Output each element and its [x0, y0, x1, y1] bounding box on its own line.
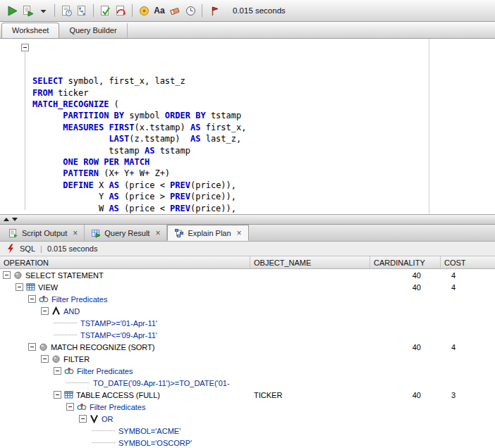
filter-icon	[64, 366, 74, 375]
code-line[interactable]: MEASURES FIRST(x.tstamp) AS first_x,	[30, 122, 495, 133]
close-icon[interactable]: ×	[237, 228, 242, 238]
plan-row[interactable]: Filter Predicates	[0, 293, 495, 305]
tree-connector	[66, 382, 90, 383]
tab-label: Script Output	[22, 229, 67, 237]
code-line[interactable]: PARTITION BY symbol ORDER BY tstamp	[30, 110, 495, 121]
tab-query-result[interactable]: Query Result×	[85, 225, 167, 241]
expand-toggle[interactable]	[66, 403, 74, 411]
expand-toggle[interactable]	[16, 283, 23, 291]
case-toggle-button[interactable]: Aa	[152, 3, 166, 18]
status-bar: SQL | 0.015 seconds	[0, 242, 495, 256]
plan-row[interactable]: MATCH RECOGNIZE (SORT)404	[0, 341, 495, 353]
plan-row[interactable]: SYMBOL='OSCORP'	[0, 437, 495, 448]
history-button[interactable]	[183, 3, 197, 18]
cost-cell: 4	[441, 283, 495, 292]
plan-row[interactable]: TO_DATE('09-Apr-11')>=TO_DATE('01-	[0, 377, 495, 389]
operation-cell: TSTAMP<='09-Apr-11'	[0, 329, 250, 341]
column-header-object-name[interactable]: OBJECT_NAME	[250, 256, 370, 268]
plan-row[interactable]: Filter Predicates	[0, 401, 495, 413]
autotrace-button[interactable]	[59, 3, 73, 18]
code-line[interactable]: tstamp AS tstamp	[30, 145, 495, 156]
clear-button[interactable]	[168, 3, 182, 18]
expand-toggle[interactable]	[79, 415, 87, 423]
operation-label: FILTER	[63, 355, 90, 363]
operation-cell: MATCH RECOGNIZE (SORT)	[0, 341, 250, 353]
plan-row[interactable]: TSTAMP<='09-Apr-11'	[0, 329, 495, 341]
code-line[interactable]: Z AS (price > PREV(price) AND z.tstamp -…	[30, 214, 495, 215]
plan-row[interactable]: FILTER	[0, 353, 495, 365]
operation-label: TSTAMP>='01-Apr-11'	[80, 319, 157, 328]
plan-row[interactable]: SELECT STATEMENT404	[0, 269, 495, 281]
splitter-up-icon[interactable]	[4, 218, 9, 221]
sphere-icon	[51, 354, 61, 363]
code-line[interactable]: LAST(z.tstamp) AS last_z,	[30, 133, 495, 144]
operation-cell: VIEW	[0, 281, 250, 293]
operation-label: SYMBOL='ACME'	[118, 427, 181, 435]
pin-button[interactable]	[207, 3, 221, 18]
column-header-cost[interactable]: COST	[441, 256, 495, 268]
close-icon[interactable]: ×	[73, 228, 78, 238]
code-line[interactable]: PATTERN (X+ Y+ W+ Z+)	[30, 168, 495, 179]
plan-row[interactable]: TABLE ACCESS (FULL)TICKER403	[0, 389, 495, 401]
operation-cell: TABLE ACCESS (FULL)	[0, 389, 250, 401]
plan-row[interactable]: Filter Predicates	[0, 365, 495, 377]
expand-toggle[interactable]	[54, 367, 61, 375]
toolbar-icons: Aa	[4, 3, 221, 18]
expand-toggle[interactable]	[41, 307, 49, 315]
plan-row[interactable]: VIEW404	[0, 281, 495, 293]
fold-toggle[interactable]	[21, 44, 29, 51]
filter-icon	[39, 294, 49, 304]
sql-editor[interactable]: SELECT symbol, first_x, last_zFROM ticke…	[0, 39, 495, 215]
plan-row[interactable]: AND	[0, 305, 495, 317]
code-line[interactable]: FROM ticker	[30, 87, 495, 99]
status-timer: 0.015 seconds	[47, 244, 98, 253]
operation-cell: TSTAMP>='01-Apr-11'	[0, 317, 250, 329]
code-line[interactable]: MATCH_RECOGNIZE (	[30, 99, 495, 110]
expand-toggle[interactable]	[3, 271, 11, 279]
tab-explain-plan[interactable]: Explain Plan×	[167, 225, 248, 241]
code-line[interactable]: W AS (price < PREV(price)),	[30, 203, 495, 214]
tab-query-builder[interactable]: Query Builder	[59, 23, 127, 38]
script-output-icon	[8, 228, 18, 238]
operation-cell: OR	[0, 413, 250, 425]
splitter-down-icon[interactable]	[12, 218, 18, 221]
tree-connector	[92, 442, 115, 443]
run-statement-button[interactable]	[5, 3, 19, 18]
explain-plan-button[interactable]	[75, 3, 89, 18]
operation-cell: Filter Predicates	[0, 365, 250, 377]
expand-toggle[interactable]	[54, 391, 61, 399]
splitter-bar[interactable]	[0, 215, 495, 225]
editor-code[interactable]: SELECT symbol, first_x, last_zFROM ticke…	[30, 41, 495, 214]
run-dropdown-button[interactable]	[36, 3, 50, 18]
rollback-button[interactable]	[114, 3, 128, 18]
plan-row[interactable]: TSTAMP>='01-Apr-11'	[0, 317, 495, 329]
commit-button[interactable]	[98, 3, 112, 18]
code-line[interactable]: ONE ROW PER MATCH	[30, 156, 495, 168]
code-line[interactable]: Y AS (price > PREV(price)),	[30, 191, 495, 202]
expand-toggle[interactable]	[28, 295, 36, 303]
toolbar-separator	[202, 4, 202, 17]
cost-cell: 4	[441, 343, 495, 351]
expand-toggle[interactable]	[41, 355, 49, 363]
code-line[interactable]: DEFINE X AS (price < PREV(price)),	[30, 180, 495, 191]
column-header-operation[interactable]: OPERATION	[0, 256, 250, 268]
code-line[interactable]: SELECT symbol, first_x, last_z	[30, 75, 495, 87]
query-result-icon	[91, 228, 101, 238]
and-icon	[51, 306, 61, 316]
toolbar-timer: 0.015 seconds	[233, 6, 286, 15]
operation-label: SELECT STATEMENT	[25, 271, 104, 280]
operation-label: TABLE ACCESS (FULL)	[76, 391, 160, 399]
status-divider: |	[40, 244, 42, 253]
expand-toggle[interactable]	[28, 343, 36, 351]
operation-label: VIEW	[38, 283, 58, 292]
tab-worksheet[interactable]: Worksheet	[1, 23, 59, 38]
close-icon[interactable]: ×	[155, 228, 160, 238]
tab-label: Explain Plan	[188, 229, 231, 237]
plan-row[interactable]: SYMBOL='ACME'	[0, 425, 495, 437]
tuning-advisor-button[interactable]	[137, 3, 151, 18]
run-script-button[interactable]	[20, 3, 35, 18]
plan-row[interactable]: OR	[0, 413, 495, 425]
column-header-cardinality[interactable]: CARDINALITY	[370, 256, 441, 268]
fold-line	[25, 52, 25, 210]
tab-script-output[interactable]: Script Output×	[2, 225, 85, 241]
